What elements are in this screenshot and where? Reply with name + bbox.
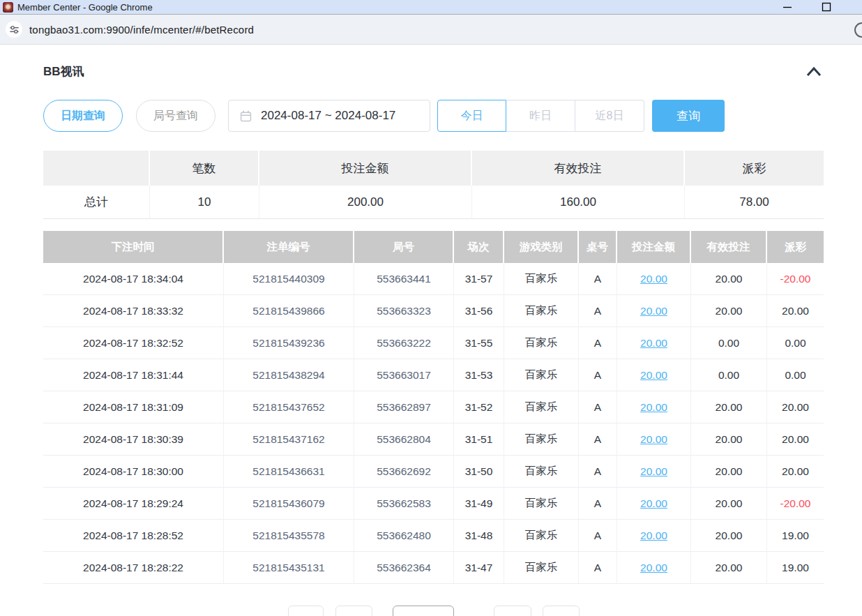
summary-payout-value: 78.00 bbox=[685, 186, 824, 219]
bet-amount-link[interactable]: 20.00 bbox=[617, 552, 691, 584]
today-button[interactable]: 今日 bbox=[437, 100, 506, 132]
session-cell: 31-48 bbox=[454, 520, 504, 552]
summary-header-count: 笔数 bbox=[150, 151, 259, 186]
window-titlebar[interactable]: Member Center - Google Chrome bbox=[0, 0, 862, 15]
round-number-cell: 553662480 bbox=[354, 520, 454, 552]
valid-bet-cell: 20.00 bbox=[691, 295, 767, 327]
maximize-button[interactable] bbox=[815, 0, 838, 14]
game-type-cell: 百家乐 bbox=[504, 359, 579, 391]
valid-bet-cell: 20.00 bbox=[691, 456, 767, 488]
bet-time-cell: 2024-08-17 18:32:52 bbox=[43, 327, 224, 359]
browser-action-icon[interactable] bbox=[854, 22, 862, 38]
session-cell: 31-50 bbox=[454, 456, 504, 488]
last-8-days-button[interactable]: 近8日 bbox=[575, 100, 644, 132]
date-query-tab[interactable]: 日期查询 bbox=[43, 100, 123, 132]
bet-time-cell: 2024-08-17 18:29:24 bbox=[43, 488, 224, 520]
order-number-cell: 521815439236 bbox=[224, 327, 354, 359]
order-number-cell: 521815438294 bbox=[224, 359, 354, 391]
bet-time-cell: 2024-08-17 18:33:32 bbox=[43, 295, 224, 327]
bet-amount-link[interactable]: 20.00 bbox=[617, 263, 691, 295]
bet-amount-link[interactable]: 20.00 bbox=[617, 423, 691, 456]
bet-amount-link[interactable]: 20.00 bbox=[617, 488, 691, 520]
calendar-icon bbox=[240, 110, 252, 122]
order-number-cell: 521815435131 bbox=[224, 552, 354, 584]
payout-cell: 20.00 bbox=[767, 295, 824, 327]
summary-total-row: 总计 10 200.00 160.00 78.00 bbox=[43, 186, 824, 219]
col-header-bet-amount: 投注金额 bbox=[617, 231, 691, 263]
session-cell: 31-47 bbox=[454, 552, 504, 584]
valid-bet-cell: 20.00 bbox=[691, 488, 767, 520]
page-size-select[interactable] bbox=[393, 606, 454, 616]
session-cell: 31-49 bbox=[454, 488, 504, 520]
search-button[interactable]: 查询 bbox=[652, 100, 725, 132]
table-number-cell: A bbox=[579, 391, 617, 423]
filter-bar: 日期查询 局号查询 2024-08-17 ~ 2024-08-17 今日 昨日 … bbox=[43, 100, 824, 132]
game-type-cell: 百家乐 bbox=[504, 295, 579, 327]
game-type-cell: 百家乐 bbox=[504, 520, 579, 552]
date-range-input[interactable]: 2024-08-17 ~ 2024-08-17 bbox=[228, 100, 430, 132]
bet-time-cell: 2024-08-17 18:34:04 bbox=[43, 263, 224, 295]
pagination-prev-button[interactable] bbox=[288, 606, 324, 616]
bet-amount-link[interactable]: 20.00 bbox=[617, 391, 691, 423]
bet-record-table: 下注时间 注单编号 局号 场次 游戏类别 桌号 投注金额 有效投注 派彩 202… bbox=[43, 231, 824, 584]
site-settings-button[interactable] bbox=[6, 21, 22, 38]
table-number-cell: A bbox=[579, 263, 617, 295]
round-query-tab[interactable]: 局号查询 bbox=[136, 100, 216, 132]
quick-date-group: 今日 昨日 近8日 bbox=[437, 100, 644, 132]
bet-record-row: 2024-08-17 18:28:52 521815435578 5536624… bbox=[43, 520, 824, 552]
bet-record-page: BB视讯 日期查询 局号查询 2024-08-17 ~ 2024-08-17 今… bbox=[0, 63, 862, 584]
pagination-jump-button[interactable] bbox=[543, 606, 580, 616]
bet-amount-link[interactable]: 20.00 bbox=[617, 359, 691, 391]
summary-header-valid-bet: 有效投注 bbox=[472, 151, 685, 186]
order-number-cell: 521815440309 bbox=[224, 263, 354, 295]
summary-header-bet-amount: 投注金额 bbox=[259, 151, 472, 186]
col-header-bet-time: 下注时间 bbox=[43, 231, 224, 263]
game-type-cell: 百家乐 bbox=[504, 552, 579, 584]
round-number-cell: 553663017 bbox=[354, 359, 454, 391]
summary-valid-bet-value: 160.00 bbox=[472, 186, 685, 219]
summary-count-value: 10 bbox=[150, 186, 259, 219]
minimize-button[interactable] bbox=[776, 0, 799, 14]
table-number-cell: A bbox=[579, 488, 617, 520]
payout-cell: -20.00 bbox=[767, 263, 824, 295]
session-cell: 31-53 bbox=[454, 359, 504, 391]
summary-header-blank bbox=[43, 151, 150, 186]
col-header-round-number: 局号 bbox=[354, 231, 454, 263]
collapse-button[interactable] bbox=[804, 65, 824, 79]
bet-record-row: 2024-08-17 18:30:39 521815437162 5536628… bbox=[43, 423, 824, 456]
payout-cell: -20.00 bbox=[767, 488, 824, 520]
url-text[interactable]: tongbao31.com:9900/infe/mcenter/#/betRec… bbox=[29, 24, 254, 36]
table-number-cell: A bbox=[579, 327, 617, 359]
site-settings-icon bbox=[9, 24, 20, 35]
bet-amount-link[interactable]: 20.00 bbox=[617, 295, 691, 327]
table-number-cell: A bbox=[579, 359, 617, 391]
bet-amount-link[interactable]: 20.00 bbox=[617, 456, 691, 488]
chevron-up-icon bbox=[805, 66, 823, 77]
order-number-cell: 521815436079 bbox=[224, 488, 354, 520]
minimize-icon bbox=[782, 2, 792, 12]
bet-time-cell: 2024-08-17 18:31:44 bbox=[43, 359, 224, 391]
order-number-cell: 521815439866 bbox=[224, 295, 354, 327]
valid-bet-cell: 20.00 bbox=[691, 520, 767, 552]
bet-record-row: 2024-08-17 18:32:52 521815439236 5536632… bbox=[43, 327, 824, 359]
round-number-cell: 553662804 bbox=[354, 423, 454, 456]
maximize-icon bbox=[822, 2, 831, 12]
bet-amount-link[interactable]: 20.00 bbox=[617, 327, 691, 359]
session-cell: 31-51 bbox=[454, 423, 504, 456]
valid-bet-cell: 20.00 bbox=[691, 263, 767, 295]
window-title: Member Center - Google Chrome bbox=[17, 0, 153, 15]
bet-time-cell: 2024-08-17 18:28:52 bbox=[43, 520, 224, 552]
order-number-cell: 521815437652 bbox=[224, 391, 354, 423]
bet-table-header-row: 下注时间 注单编号 局号 场次 游戏类别 桌号 投注金额 有效投注 派彩 bbox=[43, 231, 824, 263]
bet-amount-link[interactable]: 20.00 bbox=[617, 520, 691, 552]
round-number-cell: 553662692 bbox=[354, 456, 454, 488]
bet-record-row: 2024-08-17 18:31:44 521815438294 5536630… bbox=[43, 359, 824, 391]
bet-time-cell: 2024-08-17 18:31:09 bbox=[43, 391, 224, 423]
yesterday-button[interactable]: 昨日 bbox=[506, 100, 575, 132]
valid-bet-cell: 20.00 bbox=[691, 423, 767, 456]
valid-bet-cell: 0.00 bbox=[691, 359, 767, 391]
bet-record-row: 2024-08-17 18:31:09 521815437652 5536628… bbox=[43, 391, 824, 423]
pagination-page-button[interactable] bbox=[335, 606, 372, 616]
pagination-next-button[interactable] bbox=[494, 606, 531, 616]
round-number-cell: 553662583 bbox=[354, 488, 454, 520]
